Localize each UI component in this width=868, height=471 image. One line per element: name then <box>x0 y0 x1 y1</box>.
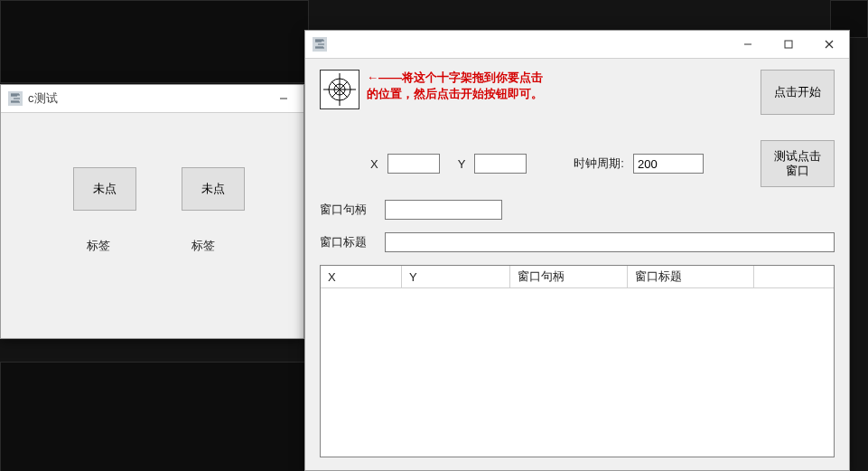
period-input[interactable] <box>633 154 704 174</box>
test-click-window-label-1: 测试点击 <box>774 149 821 164</box>
y-input[interactable] <box>474 154 527 174</box>
x-input[interactable] <box>387 154 440 174</box>
crosshair-drag-handle[interactable] <box>320 70 359 109</box>
col-x[interactable]: X <box>321 266 402 287</box>
test-button-2-label: 未点 <box>201 181 225 197</box>
test-window: c测试 未点 未点 标签 标签 <box>0 84 304 339</box>
close-button[interactable] <box>808 31 849 58</box>
test-window-title: c测试 <box>28 90 58 107</box>
instruction-text: ←——将这个十字架拖到你要点击 的位置，然后点击开始按钮即可。 <box>367 70 543 101</box>
svg-rect-4 <box>785 41 792 48</box>
listview-body <box>321 288 834 457</box>
instruction-line-1: ←——将这个十字架拖到你要点击 <box>367 71 543 84</box>
test-label-2: 标签 <box>191 238 215 254</box>
crosshair-icon <box>323 73 356 106</box>
col-spacer <box>754 266 834 287</box>
test-click-window-label-2: 窗口 <box>786 164 809 178</box>
results-listview[interactable]: X Y 窗口句柄 窗口标题 <box>320 265 835 457</box>
instruction-line-2: 的位置，然后点击开始按钮即可。 <box>367 87 543 100</box>
minimize-button[interactable] <box>263 85 303 112</box>
test-button-1[interactable]: 未点 <box>73 167 136 211</box>
col-y[interactable]: Y <box>402 266 510 287</box>
window-title-input[interactable] <box>385 232 835 252</box>
clicker-window: ←——将这个十字架拖到你要点击 的位置，然后点击开始按钮即可。 点击开始 X Y… <box>304 30 850 471</box>
period-label: 时钟周期: <box>574 155 624 172</box>
col-title[interactable]: 窗口标题 <box>628 266 754 287</box>
e-app-icon <box>313 37 327 52</box>
window-title-label: 窗口标题 <box>320 234 374 250</box>
maximize-button[interactable] <box>768 31 808 58</box>
test-button-2[interactable]: 未点 <box>182 167 245 211</box>
test-click-window-button[interactable]: 测试点击 窗口 <box>761 140 835 187</box>
test-button-1-label: 未点 <box>93 181 117 197</box>
e-app-icon <box>8 91 23 106</box>
window-handle-label: 窗口句柄 <box>320 202 374 218</box>
test-window-titlebar[interactable]: c测试 <box>1 85 303 113</box>
window-handle-input[interactable] <box>385 200 502 220</box>
x-label: X <box>370 157 378 171</box>
y-label: Y <box>458 157 466 171</box>
test-label-1: 标签 <box>87 238 110 254</box>
minimize-button[interactable] <box>727 31 768 58</box>
start-button[interactable]: 点击开始 <box>761 70 835 115</box>
col-handle[interactable]: 窗口句柄 <box>510 266 628 287</box>
listview-header: X Y 窗口句柄 窗口标题 <box>321 266 834 288</box>
start-button-label: 点击开始 <box>774 85 821 99</box>
clicker-window-titlebar[interactable] <box>305 31 849 59</box>
